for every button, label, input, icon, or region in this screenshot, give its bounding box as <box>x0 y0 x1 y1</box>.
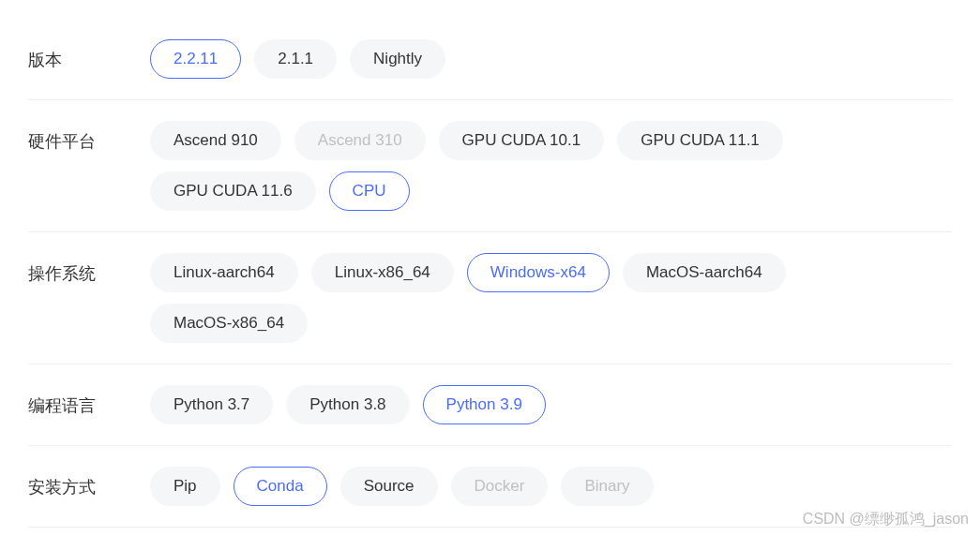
option-version-2-2-11[interactable]: 2.2.11 <box>150 39 241 79</box>
options-os: Linux-aarch64Linux-x86_64Windows-x64MacO… <box>150 253 952 343</box>
option-os-windows-x64[interactable]: Windows-x64 <box>467 253 610 292</box>
option-hw-ascend-310: Ascend 310 <box>294 121 426 160</box>
option-install-binary: Binary <box>561 467 653 506</box>
option-os-macos-x86-64[interactable]: MacOS-x86_64 <box>150 304 308 343</box>
option-install-conda[interactable]: Conda <box>234 467 327 506</box>
option-install-pip[interactable]: Pip <box>150 467 220 506</box>
option-os-macos-aarch64[interactable]: MacOS-aarch64 <box>623 253 786 292</box>
option-hw-cpu[interactable]: CPU <box>329 171 410 211</box>
row-os: 操作系统Linux-aarch64Linux-x86_64Windows-x64… <box>28 232 952 364</box>
option-lang-python-3-8[interactable]: Python 3.8 <box>286 385 409 424</box>
option-version-nightly[interactable]: Nightly <box>350 39 445 79</box>
options-hardware: Ascend 910Ascend 310GPU CUDA 10.1GPU CUD… <box>150 121 952 211</box>
option-install-docker: Docker <box>451 467 549 506</box>
option-lang-python-3-7[interactable]: Python 3.7 <box>150 385 273 424</box>
option-hw-cuda-11-6[interactable]: GPU CUDA 11.6 <box>150 171 316 211</box>
option-os-linux-aarch64[interactable]: Linux-aarch64 <box>150 253 298 292</box>
row-language: 编程语言Python 3.7Python 3.8Python 3.9 <box>28 364 952 446</box>
options-install: PipCondaSourceDockerBinary <box>150 467 952 506</box>
option-hw-cuda-11-1[interactable]: GPU CUDA 11.1 <box>617 121 783 160</box>
row-hardware: 硬件平台Ascend 910Ascend 310GPU CUDA 10.1GPU… <box>28 100 952 232</box>
label-hardware: 硬件平台 <box>28 121 150 153</box>
option-version-2-1-1[interactable]: 2.1.1 <box>254 39 337 79</box>
label-language: 编程语言 <box>28 385 150 417</box>
option-lang-python-3-9[interactable]: Python 3.9 <box>423 385 546 424</box>
option-os-linux-x86-64[interactable]: Linux-x86_64 <box>311 253 454 292</box>
row-version: 版本2.2.112.1.1Nightly <box>28 19 952 100</box>
option-hw-cuda-10-1[interactable]: GPU CUDA 10.1 <box>439 121 605 160</box>
label-install: 安装方式 <box>28 467 150 498</box>
options-language: Python 3.7Python 3.8Python 3.9 <box>150 385 952 424</box>
selector-container: 版本2.2.112.1.1Nightly硬件平台Ascend 910Ascend… <box>28 19 952 528</box>
options-version: 2.2.112.1.1Nightly <box>150 39 952 79</box>
row-install: 安装方式PipCondaSourceDockerBinary <box>28 446 952 528</box>
label-version: 版本 <box>28 39 150 71</box>
option-hw-ascend-910[interactable]: Ascend 910 <box>150 121 281 160</box>
label-os: 操作系统 <box>28 253 150 285</box>
option-install-source[interactable]: Source <box>340 467 438 506</box>
